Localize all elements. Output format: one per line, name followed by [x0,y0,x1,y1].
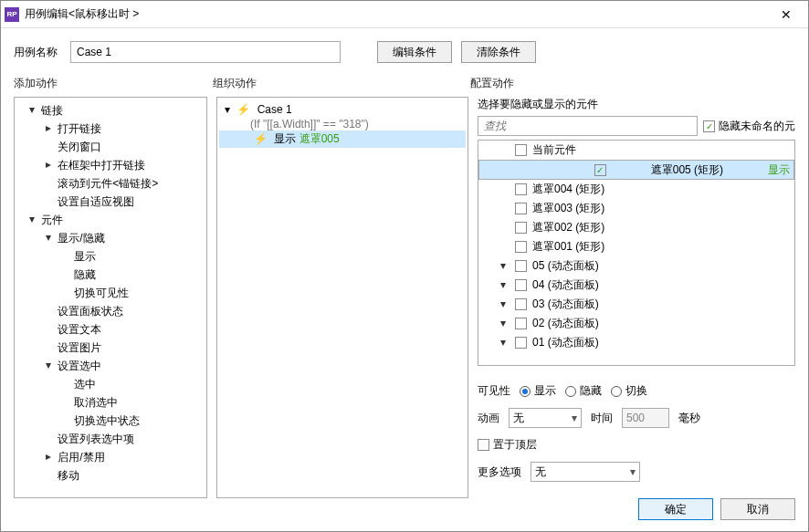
action-tree-item[interactable]: ▸ 取消选中 [16,393,205,412]
configure-actions-label: 配置动作 [470,76,795,91]
action-tree-item[interactable]: 打开链接 [16,120,205,138]
action-tree-item[interactable]: 显示/隐藏 [16,229,205,247]
add-actions-panel: 链接 打开链接▸ 关闭窗口 在框架中打开链接▸ 滚动到元件<锚链接>▸ 设置自适… [14,97,207,498]
action-tree-item[interactable]: 设置选中 [16,357,205,375]
cancel-button[interactable]: 取消 [720,498,795,520]
case-condition: (If "[[a.Width]]" == "318") [219,118,466,130]
select-widget-label: 选择要隐藏或显示的元件 [478,97,795,112]
organize-actions-panel: ⚡ Case 1 (If "[[a.Width]]" == "318") ⚡ 显… [216,97,468,498]
action-tree-item[interactable]: 启用/禁用 [16,448,205,466]
radio-toggle[interactable]: 切换 [611,383,647,399]
action-tree-item[interactable]: ▸ 切换选中状态 [16,412,205,430]
edit-condition-button[interactable]: 编辑条件 [377,41,452,63]
action-tree-item[interactable]: 在框架中打开链接 [16,156,205,174]
close-button[interactable]: ✕ [768,2,804,27]
clear-condition-button[interactable]: 清除条件 [461,41,536,63]
animation-label: 动画 [478,411,499,426]
organize-actions-label: 组织动作 [213,76,470,91]
more-options-select[interactable]: 无▾ [531,462,640,482]
widget-list-item[interactable]: 02 (动态面板) [478,314,794,333]
visibility-label: 可见性 [478,383,510,399]
widget-list-item[interactable]: 03 (动态面板) [478,295,794,314]
configure-actions-panel: 选择要隐藏或显示的元件 隐藏未命名的元 当前元件遮罩005 (矩形) 显示遮罩0… [478,97,795,498]
action-tree-item[interactable]: ▸ 关闭窗口 [16,138,205,156]
action-tree-item[interactable]: ▸ 切换可见性 [16,284,205,302]
lightning-icon: ⚡ [233,103,254,116]
more-options-label: 更多选项 [478,464,521,480]
widget-list-item[interactable]: 遮罩002 (矩形) [478,218,794,237]
radio-hide[interactable]: 隐藏 [565,383,602,399]
action-tree-item[interactable]: ▸ 设置面板状态 [16,302,205,320]
widget-list-item[interactable]: 遮罩001 (矩形) [478,237,794,256]
time-label: 时间 [591,411,613,426]
widget-list-item[interactable]: 遮罩005 (矩形) 显示 [478,160,794,180]
action-tree-item[interactable]: ▸ 设置列表选中项 [16,430,205,448]
action-tree-item[interactable]: ▸ 设置文本 [16,320,205,339]
action-tree-item[interactable]: ▸ 移动 [16,466,205,485]
action-tree-item[interactable]: 链接 [16,101,205,120]
case-node[interactable]: ⚡ Case 1 [219,101,466,118]
time-input[interactable] [622,408,669,428]
radio-show[interactable]: 显示 [520,383,556,399]
widget-list-item[interactable]: 05 (动态面板) [478,256,794,276]
case-action[interactable]: ⚡ 显示 遮罩005 [219,130,466,148]
ok-button[interactable]: 确定 [638,498,713,520]
widget-list-item[interactable]: 遮罩003 (矩形) [478,199,794,218]
widget-list-item[interactable]: 04 (动态面板) [478,276,794,295]
action-tree-item[interactable]: ▸ 选中 [16,375,205,393]
action-tree-item[interactable]: 元件 [16,211,205,229]
animation-select[interactable]: 无▾ [509,408,582,428]
window-title: 用例编辑<鼠标移出时 > [25,6,768,22]
lightning-icon: ⚡ [250,132,271,145]
hide-unnamed-checkbox[interactable]: 隐藏未命名的元 [703,119,795,134]
case-name-input[interactable] [70,41,341,63]
action-tree-item[interactable]: ▸ 滚动到元件<锚链接> [16,174,205,193]
widget-list-item[interactable]: 当前元件 [478,141,794,160]
bring-to-front-checkbox[interactable]: 置于顶层 [478,437,537,453]
widget-list-item[interactable]: 01 (动态面板) [478,333,794,352]
case-name-label: 用例名称 [14,45,58,60]
app-icon: RP [5,7,19,22]
widget-list-item[interactable]: 遮罩004 (矩形) [478,180,794,199]
time-unit: 毫秒 [678,411,700,426]
action-tree-item[interactable]: ▸ 设置图片 [16,339,205,357]
action-tree-item[interactable]: ▸ 设置自适应视图 [16,193,205,211]
add-actions-label: 添加动作 [14,76,213,91]
action-tree-item[interactable]: ▸ 显示 [16,247,205,266]
search-input[interactable] [478,116,698,136]
action-tree-item[interactable]: ▸ 隐藏 [16,266,205,284]
